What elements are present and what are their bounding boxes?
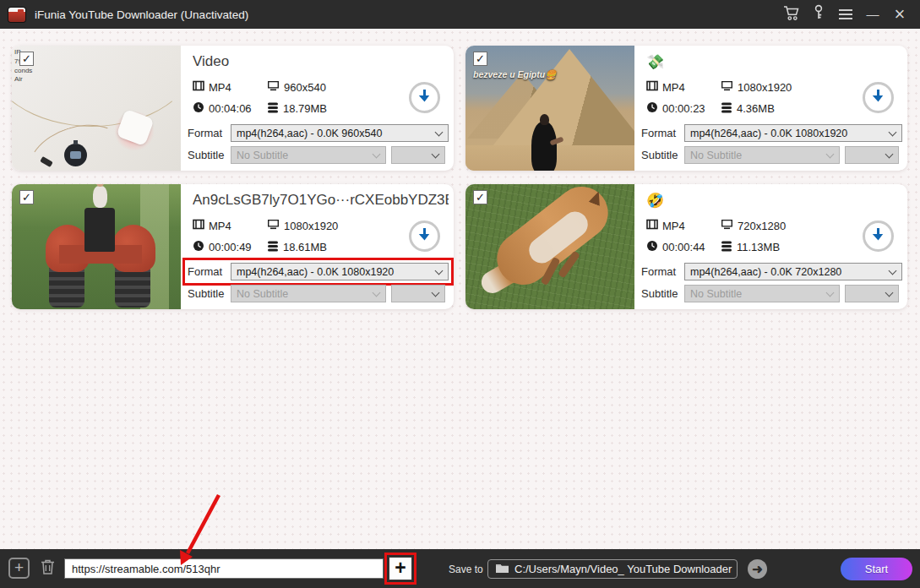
- minimize-button[interactable]: —: [861, 3, 885, 26]
- chevron-down-icon: [435, 128, 444, 137]
- select-checkbox[interactable]: ✓: [19, 52, 34, 66]
- bottom-toolbar: + + Save to C:/Users/Mayn/Video_ YouTube…: [0, 549, 920, 588]
- plus-icon: +: [395, 557, 406, 579]
- save-path-text: C:/Users/Mayn/Video_ YouTube Downloader: [514, 563, 732, 575]
- chevron-down-icon: [889, 128, 897, 137]
- minimize-icon: —: [867, 10, 879, 19]
- monitor-icon: [721, 219, 733, 232]
- subtitle-select[interactable]: No Subtitle: [684, 285, 840, 302]
- format-select[interactable]: mp4(h264,aac) - 0.0K 1080x1920: [231, 263, 449, 280]
- film-icon: [193, 219, 204, 232]
- menu-button[interactable]: [834, 3, 857, 26]
- open-folder-button[interactable]: ➜: [748, 559, 767, 579]
- start-button[interactable]: Start: [841, 558, 912, 580]
- store-button[interactable]: [780, 3, 803, 26]
- video-title: An9cLsGB7ly7O1YGo···rCXEobbYDZ3EgJf: [193, 192, 449, 209]
- download-arrow-icon: [418, 227, 431, 245]
- thumbnail-overlay-text: bezveze u Egiptu🍔: [473, 69, 556, 80]
- container-label: MP4: [209, 81, 231, 94]
- filesize-label: 4.36MB: [737, 102, 775, 115]
- check-icon: ✓: [22, 52, 31, 65]
- resolution-label: 960x540: [284, 81, 326, 94]
- video-title: 💸: [646, 53, 902, 71]
- video-card: IP 79 conds Air ✓ Video MP4 960x540 00:0…: [12, 46, 454, 171]
- video-thumbnail[interactable]: IP 79 conds Air ✓: [12, 46, 181, 171]
- filesize-label: 18.79MB: [283, 102, 327, 115]
- subtitle-label: Subtitle: [188, 287, 231, 300]
- video-thumbnail[interactable]: ✓: [465, 184, 634, 309]
- format-label: Format: [188, 127, 231, 139]
- video-thumbnail[interactable]: bezveze u Egiptu🍔 ✓: [465, 46, 634, 171]
- download-button[interactable]: [863, 220, 894, 252]
- film-icon: [646, 80, 658, 94]
- download-button[interactable]: [409, 82, 440, 113]
- download-button[interactable]: [863, 82, 894, 113]
- video-title: Video: [193, 53, 449, 70]
- format-label: Format: [641, 127, 684, 139]
- video-thumbnail[interactable]: ✓: [12, 184, 181, 309]
- chevron-down-icon: [826, 150, 835, 159]
- chevron-down-icon: [826, 289, 835, 297]
- duration-label: 00:00:23: [662, 102, 705, 115]
- format-select[interactable]: mp4(h264,aac) - 0.0K 960x540: [231, 124, 449, 142]
- select-checkbox[interactable]: ✓: [473, 190, 487, 204]
- add-url-secondary-button[interactable]: +: [8, 558, 30, 579]
- hamburger-menu-icon: [839, 9, 852, 19]
- chevron-down-icon: [885, 150, 894, 159]
- download-arrow-icon: [872, 227, 885, 245]
- download-button[interactable]: [409, 220, 440, 252]
- container-label: MP4: [662, 81, 685, 94]
- titlebar: iFunia YouTube Downloader (Unactivated) …: [0, 0, 920, 29]
- subtitle-format-select[interactable]: [845, 146, 899, 164]
- format-label: Format: [188, 265, 231, 278]
- clock-icon: [646, 101, 658, 116]
- subtitle-label: Subtitle: [641, 287, 684, 300]
- format-select[interactable]: mp4(h264,aac) - 0.0K 1080x1920: [684, 124, 902, 142]
- format-select[interactable]: mp4(h264,aac) - 0.0K 720x1280: [684, 263, 902, 280]
- subtitle-format-select[interactable]: [391, 146, 445, 164]
- chevron-down-icon: [885, 289, 894, 297]
- chevron-down-icon: [432, 289, 440, 297]
- subtitle-select[interactable]: No Subtitle: [684, 146, 840, 164]
- select-checkbox[interactable]: ✓: [19, 190, 34, 204]
- chevron-down-icon: [373, 150, 381, 159]
- stopwatch-graphic: [64, 144, 87, 166]
- add-url-button[interactable]: +: [389, 557, 412, 580]
- clock-icon: [193, 240, 204, 254]
- delete-button[interactable]: [37, 558, 58, 579]
- check-icon: ✓: [476, 191, 485, 204]
- monitor-icon: [267, 219, 280, 232]
- subtitle-select[interactable]: No Subtitle: [231, 285, 386, 302]
- subtitle-format-select[interactable]: [391, 285, 445, 302]
- shopping-cart-icon: [783, 5, 801, 24]
- select-checkbox[interactable]: ✓: [473, 52, 487, 66]
- video-card: ✓ An9cLsGB7ly7O1YGo···rCXEobbYDZ3EgJf MP…: [12, 184, 454, 309]
- plus-icon: +: [14, 558, 24, 576]
- resolution-label: 1080x1920: [284, 220, 338, 232]
- chevron-down-icon: [435, 267, 444, 275]
- subtitle-format-select[interactable]: [845, 285, 899, 302]
- highlighted-format-row: Format mp4(h264,aac) - 0.0K 1080x1920: [188, 263, 449, 280]
- video-title: 🤣: [646, 192, 902, 210]
- register-button[interactable]: [807, 3, 830, 26]
- arrow-right-icon: ➜: [752, 562, 763, 577]
- resolution-label: 1080x1920: [738, 81, 792, 94]
- duration-label: 00:00:44: [662, 241, 705, 253]
- filesize-icon: [267, 102, 279, 116]
- filesize-label: 11.13MB: [737, 241, 780, 253]
- save-path-field[interactable]: C:/Users/Mayn/Video_ YouTube Downloader: [487, 559, 738, 579]
- check-icon: ✓: [22, 191, 31, 204]
- clock-icon: [193, 101, 204, 116]
- subtitle-label: Subtitle: [641, 149, 684, 161]
- folder-icon: [495, 563, 509, 576]
- close-button[interactable]: ×: [888, 3, 912, 26]
- filesize-icon: [721, 102, 732, 116]
- container-label: MP4: [662, 220, 685, 232]
- key-icon: [814, 4, 824, 24]
- subtitle-label: Subtitle: [188, 149, 231, 161]
- download-arrow-icon: [872, 89, 885, 106]
- url-input[interactable]: [64, 558, 384, 579]
- download-arrow-icon: [418, 89, 431, 106]
- chevron-down-icon: [432, 150, 440, 159]
- subtitle-select[interactable]: No Subtitle: [231, 146, 386, 164]
